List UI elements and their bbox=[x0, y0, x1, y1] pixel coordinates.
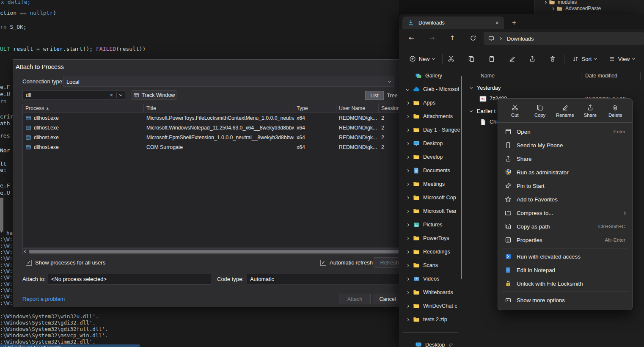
checkbox-checked-icon[interactable]: ✓ bbox=[320, 260, 326, 266]
sidebar-item-microsoft-tear[interactable]: Microsoft Tear bbox=[401, 204, 460, 218]
table-row[interactable]: dllhost.exe Microsoft.WindowsNotepad_11.… bbox=[23, 123, 400, 132]
scroll-left-icon[interactable] bbox=[24, 250, 27, 253]
checkbox-checked-icon[interactable]: ✓ bbox=[26, 260, 32, 266]
chevron-right-icon[interactable] bbox=[406, 237, 409, 240]
sidebar-item-desktop[interactable]: Desktop bbox=[401, 137, 460, 150]
quick-action-share[interactable]: Share bbox=[579, 103, 602, 118]
chevron-right-icon[interactable] bbox=[406, 277, 409, 280]
quick-action-delete[interactable]: Delete bbox=[604, 103, 627, 118]
divider[interactable] bbox=[581, 72, 581, 80]
menu-item-properties[interactable]: Properties Alt+Enter bbox=[500, 233, 630, 247]
process-filter-input[interactable]: dll × bbox=[22, 90, 125, 100]
chevron-right-icon[interactable] bbox=[406, 101, 409, 104]
report-a-problem-link[interactable]: Report a problem bbox=[22, 296, 65, 302]
sidebar-item-scans[interactable]: Scans bbox=[401, 259, 460, 272]
chevron-down-icon[interactable] bbox=[119, 93, 122, 96]
chevron-right-icon[interactable] bbox=[406, 182, 409, 185]
menu-item-run-elevated[interactable]: Run with elevated access bbox=[500, 250, 630, 263]
quick-action-cut[interactable]: Cut bbox=[504, 103, 526, 118]
chevron-right-icon[interactable] bbox=[406, 209, 409, 212]
sidebar-item-attachments[interactable]: Attachments bbox=[401, 110, 460, 123]
chevron-down-icon[interactable] bbox=[470, 109, 473, 112]
cancel-button[interactable]: Cancel bbox=[373, 294, 402, 304]
attach-button[interactable]: Attach bbox=[339, 294, 371, 304]
copy-button[interactable] bbox=[465, 52, 478, 66]
tab-close-icon[interactable]: × bbox=[495, 19, 499, 26]
menu-item-unlock-file-locksmith[interactable]: Unlock with File Locksmith bbox=[500, 277, 630, 290]
sidebar-item-recordings[interactable]: Recordings bbox=[401, 245, 460, 259]
menu-item-share[interactable]: Share bbox=[500, 152, 630, 165]
sidebar-item-windevchat[interactable]: WinDevChat c bbox=[401, 299, 460, 313]
attach-to-input[interactable]: <No process selected> bbox=[48, 274, 211, 284]
chevron-right-icon[interactable] bbox=[406, 155, 409, 158]
sidebar-item-documents[interactable]: Documents bbox=[401, 164, 460, 177]
clear-filter-icon[interactable]: × bbox=[110, 92, 113, 98]
table-row[interactable]: dllhost.exe Microsoft.PowerToys.FileLock… bbox=[23, 113, 400, 123]
connection-type-dropdown[interactable]: Local bbox=[63, 77, 394, 87]
chevron-right-icon[interactable] bbox=[406, 115, 409, 118]
group-header-yesterday[interactable]: Yesterday bbox=[462, 82, 644, 93]
sidebar-item-day1[interactable]: Day 1 - Sangee bbox=[401, 123, 460, 137]
tree-item-advancedpaste[interactable]: AdvancedPaste bbox=[552, 5, 601, 12]
rename-button[interactable] bbox=[505, 52, 519, 66]
track-window-button[interactable]: Track Window bbox=[132, 90, 176, 100]
address-bar[interactable]: Downloads bbox=[484, 32, 644, 45]
view-button[interactable]: View bbox=[605, 52, 638, 66]
up-button[interactable]: ↑ bbox=[446, 32, 459, 44]
quick-action-copy[interactable]: Copy bbox=[528, 103, 551, 118]
chevron-right-icon[interactable] bbox=[406, 291, 409, 294]
menu-item-show-more-options[interactable]: Show more options bbox=[500, 293, 630, 307]
column-header-date-modified[interactable]: Date modified bbox=[585, 73, 617, 79]
horizontal-scrollbar[interactable] bbox=[22, 248, 400, 254]
sidebar-scrollbar[interactable] bbox=[461, 76, 462, 279]
scrollbar-thumb[interactable] bbox=[29, 250, 399, 253]
menu-item-run-as-administrator[interactable]: Run as administrator bbox=[500, 165, 630, 179]
sort-button[interactable]: Sort bbox=[568, 52, 600, 66]
sidebar-item-powertoys[interactable]: PowerToys bbox=[401, 231, 460, 245]
code-type-input[interactable]: Automatic bbox=[247, 274, 401, 284]
list-view-button[interactable]: List bbox=[365, 91, 384, 100]
chevron-right-icon[interactable] bbox=[406, 318, 409, 321]
new-tab-button[interactable]: + bbox=[509, 18, 519, 28]
share-button[interactable] bbox=[526, 52, 539, 66]
sidebar-item-apps[interactable]: Apps bbox=[401, 96, 460, 110]
column-header-name[interactable]: Name bbox=[481, 73, 495, 79]
sidebar-item-microsoft-cop[interactable]: Microsoft Cop bbox=[401, 191, 460, 204]
delete-button[interactable] bbox=[546, 52, 559, 66]
menu-item-pin-to-start[interactable]: Pin to Start bbox=[500, 179, 630, 193]
column-header-type[interactable]: Type bbox=[294, 104, 336, 113]
forward-button[interactable]: → bbox=[426, 32, 438, 44]
automatic-refresh-checkbox[interactable]: ✓ Automatic refresh bbox=[320, 259, 373, 266]
column-header-user[interactable]: User Name bbox=[336, 104, 379, 113]
back-button[interactable]: ← bbox=[405, 32, 418, 44]
chevron-right-icon[interactable] bbox=[406, 304, 409, 307]
scrollbar-fragment[interactable] bbox=[0, 198, 3, 231]
menu-item-send-to-phone[interactable]: Send to My Phone bbox=[500, 138, 630, 152]
sidebar-item-meetings[interactable]: Meetings bbox=[401, 177, 460, 191]
chevron-right-icon[interactable] bbox=[406, 169, 409, 172]
sidebar-item-onedrive-gleb[interactable]: Gleb - Microsof bbox=[401, 83, 460, 96]
chevron-right-icon[interactable] bbox=[406, 223, 409, 226]
menu-item-edit-in-notepad[interactable]: Edit in Notepad bbox=[500, 263, 630, 277]
sidebar-item-pictures[interactable]: Pictures bbox=[401, 218, 460, 231]
chevron-down-icon[interactable] bbox=[470, 85, 473, 88]
chevron-right-icon[interactable] bbox=[551, 7, 554, 10]
refresh-button[interactable] bbox=[467, 32, 479, 44]
column-header-session[interactable]: Session bbox=[379, 104, 400, 113]
column-header-process[interactable]: Process▲ bbox=[23, 104, 144, 113]
menu-item-copy-as-path[interactable]: Copy as path Ctrl+Shift+C bbox=[500, 220, 630, 233]
chevron-right-icon[interactable] bbox=[406, 250, 409, 253]
table-row[interactable]: dllhost.exe Microsoft.EpmShellExtension_… bbox=[23, 132, 400, 142]
quick-action-rename[interactable]: Rename bbox=[553, 103, 576, 118]
sidebar-item-whiteboards[interactable]: Whiteboards bbox=[401, 286, 460, 299]
divider[interactable] bbox=[640, 72, 641, 80]
sidebar-item-tests-zip[interactable]: tests 2.zip bbox=[401, 313, 460, 326]
cut-button[interactable] bbox=[444, 52, 458, 66]
show-all-users-checkbox[interactable]: ✓ Show processes for all users bbox=[26, 259, 105, 266]
sidebar-item-gallery[interactable]: Gallery bbox=[401, 69, 460, 83]
chevron-right-icon[interactable] bbox=[406, 264, 409, 267]
tab-downloads[interactable]: Downloads × bbox=[402, 17, 504, 29]
table-row[interactable]: dllhost.exe COM Surrogate x64 REDMOND\gk… bbox=[23, 142, 400, 152]
sidebar-item-pinned-desktop[interactable]: Desktop bbox=[401, 338, 460, 347]
column-header-title[interactable]: Title bbox=[144, 104, 294, 113]
